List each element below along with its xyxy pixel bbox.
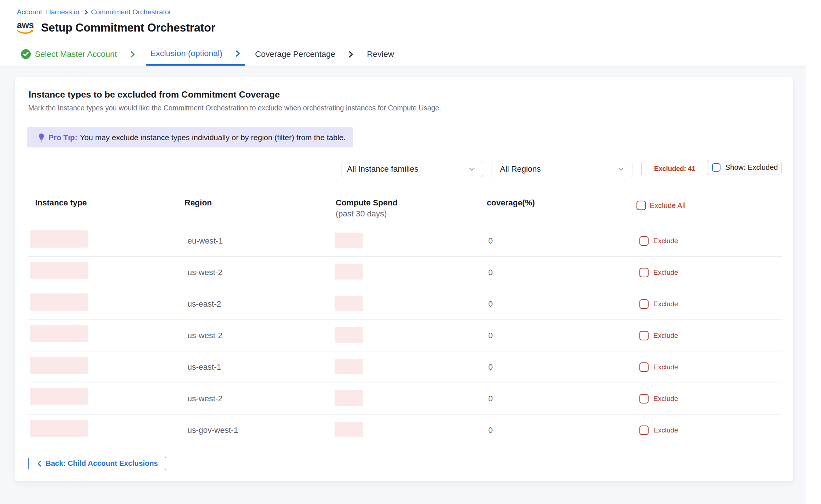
cell-exclude: Exclude (636, 299, 782, 309)
pro-tip-label: Pro Tip: (48, 133, 77, 142)
exclude-checkbox[interactable] (639, 236, 649, 246)
exclude-label: Exclude (653, 395, 678, 403)
exclude-all-checkbox[interactable] (636, 201, 646, 210)
cell-exclude: Exclude (636, 268, 782, 277)
lightbulb-icon (39, 133, 44, 142)
tab-exclusion-optional[interactable]: Exclusion (optional) (146, 43, 245, 66)
exclude-checkbox[interactable] (639, 299, 649, 309)
exclude-label: Exclude (653, 426, 678, 434)
show-excluded-checkbox[interactable] (712, 163, 720, 172)
scrollbar-gutter (806, 0, 821, 504)
tab-review[interactable]: Review (367, 43, 394, 66)
pro-tip-text: You may exclude instance types individua… (80, 133, 346, 142)
redacted-compute-spend (335, 390, 363, 406)
breadcrumb-account-link[interactable]: Account: Harness.io (17, 8, 79, 16)
page-title: Setup Commitment Orchestrator (41, 21, 215, 34)
tab-label: Review (367, 50, 394, 59)
exclude-label: Exclude (653, 332, 678, 340)
cell-compute-spend (334, 296, 486, 312)
column-header-compute-spend: Compute Spend (past 30 days) (334, 198, 486, 219)
exclude-label: Exclude (653, 363, 678, 371)
exclude-label: Exclude (653, 269, 678, 277)
exclude-all-control: Exclude All (636, 201, 782, 210)
step-completed-check-icon (21, 49, 31, 59)
redacted-compute-spend (335, 327, 363, 343)
cell-compute-spend (334, 233, 486, 249)
cell-region: eu-west-1 (185, 236, 334, 246)
cell-compute-spend (334, 359, 486, 375)
breadcrumb-commitment-orchestrator-link[interactable]: Commitment Orchestrator (91, 8, 171, 16)
regions-value: All Regions (500, 164, 541, 174)
regions-select[interactable]: All Regions (492, 161, 632, 177)
redacted-instance-type (30, 230, 88, 248)
table-row: us-west-2 0 Exclude (28, 320, 782, 351)
cell-region: us-east-2 (185, 299, 334, 309)
cell-region: us-gov-west-1 (185, 426, 334, 435)
column-header-instance-type: Instance type (28, 198, 185, 208)
cell-exclude: Exclude (636, 362, 782, 372)
table-body: eu-west-1 0 Exclude us-west-2 0 Exclude … (28, 225, 782, 446)
cell-exclude: Exclude (636, 236, 782, 246)
cell-exclude: Exclude (636, 426, 782, 435)
tab-label: Exclusion (optional) (150, 49, 222, 58)
chevron-down-icon (468, 165, 475, 173)
table-row: eu-west-1 0 Exclude (28, 225, 782, 257)
exclude-checkbox[interactable] (639, 268, 649, 277)
cell-compute-spend (334, 265, 486, 280)
chevron-right-icon (235, 49, 241, 58)
redacted-instance-type (30, 262, 88, 279)
title-row: aws Setup Commitment Orchestrator (17, 20, 215, 36)
tab-coverage-percentage[interactable]: Coverage Percentage (255, 43, 354, 66)
back-button[interactable]: Back: Child Account Exclusions (28, 457, 166, 470)
filters-row: All Instance families All Regions Exclud… (15, 160, 793, 177)
instance-families-select[interactable]: All Instance families (342, 161, 483, 177)
exclude-checkbox[interactable] (639, 394, 649, 403)
top-header: Account: Harness.io Commitment Orchestra… (0, 0, 806, 42)
redacted-compute-spend (335, 359, 363, 374)
tab-label: Coverage Percentage (255, 50, 335, 59)
chevron-right-icon (129, 50, 136, 59)
cell-instance-type (28, 295, 185, 313)
show-excluded-toggle[interactable]: Show: Excluded (707, 160, 782, 175)
table-row: us-east-1 0 Exclude (28, 351, 782, 383)
exclude-label: Exclude (653, 300, 678, 308)
column-header-compute-spend-sub: (past 30 days) (336, 209, 486, 219)
filters-divider (641, 162, 642, 175)
cell-region: us-east-1 (185, 362, 334, 372)
exclude-checkbox[interactable] (639, 426, 649, 435)
table-row: us-west-2 0 Exclude (28, 257, 782, 288)
cell-coverage: 0 (486, 426, 636, 435)
instance-exclusion-table: Instance type Region Compute Spend (past… (28, 194, 782, 446)
redacted-instance-type (30, 388, 88, 405)
cell-region: us-west-2 (185, 268, 334, 277)
redacted-compute-spend (335, 233, 363, 248)
cell-coverage: 0 (486, 268, 636, 277)
redacted-compute-spend (335, 422, 363, 437)
chevron-left-icon (37, 460, 42, 467)
exclude-label: Exclude (653, 237, 678, 245)
tab-select-master-account[interactable]: Select Master Account (17, 43, 136, 66)
exclude-checkbox[interactable] (639, 362, 649, 372)
exclude-checkbox[interactable] (639, 331, 649, 340)
cell-compute-spend (334, 328, 486, 343)
table-row: us-east-2 0 Exclude (28, 288, 782, 320)
cell-coverage: 0 (486, 362, 636, 372)
exclusion-panel: Instance types to be excluded from Commi… (15, 77, 793, 481)
excluded-count-badge: Excluded: 41 (654, 160, 695, 177)
table-row: us-west-2 0 Exclude (28, 383, 782, 414)
cell-coverage: 0 (486, 331, 636, 340)
cell-coverage: 0 (486, 299, 636, 309)
redacted-instance-type (30, 420, 88, 437)
tab-label: Select Master Account (35, 50, 117, 59)
redacted-instance-type (30, 357, 88, 374)
cell-instance-type (28, 327, 185, 344)
svg-text:aws: aws (17, 20, 34, 30)
aws-logo-icon: aws (17, 20, 34, 36)
cell-exclude: Exclude (636, 331, 782, 340)
cell-compute-spend (334, 423, 486, 438)
panel-description: Mark the Instance types you would like t… (28, 104, 441, 112)
cell-region: us-west-2 (185, 394, 334, 403)
table-row: us-gov-west-1 0 Exclude (28, 414, 782, 446)
cell-exclude: Exclude (636, 394, 782, 403)
cell-instance-type (28, 390, 185, 407)
